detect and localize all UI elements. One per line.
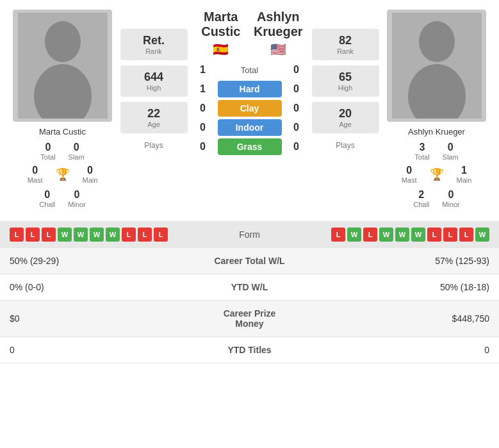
player2-flag: 🇺🇸 xyxy=(250,42,307,57)
player1-chall: 0 Chall xyxy=(39,189,55,208)
player1-slam: 0 Slam xyxy=(69,142,85,161)
prize-row: $0 Career Prize Money $448,750 xyxy=(0,301,499,337)
grass-surface-btn: Grass xyxy=(218,138,282,155)
player2-form-badge-2: L xyxy=(363,228,377,242)
player2-form-badge-8: L xyxy=(459,228,473,242)
player1-titles: 0 xyxy=(0,337,200,363)
svg-point-4 xyxy=(419,21,455,62)
player1-avatar xyxy=(13,10,112,122)
form-section: LLLWWWWLLL Form LWLWWWLLLW xyxy=(0,221,499,248)
ytd-wl-label: YTD W/L xyxy=(200,274,300,301)
hard-score-row: 1 Hard 0 xyxy=(192,81,307,97)
player1-trophy-icon: 🏆 xyxy=(56,167,70,181)
player2-form-badge-3: W xyxy=(379,228,393,242)
player1-form-badge-8: L xyxy=(138,228,152,242)
player2-form-badge-4: W xyxy=(395,228,409,242)
player1-stats-row2: 0 Mast 🏆 0 Main xyxy=(6,165,119,184)
player1-stats-row3: 0 Chall 0 Minor xyxy=(6,189,119,208)
ytd-wl-row: 0% (0-0) YTD W/L 50% (18-18) xyxy=(0,274,499,301)
indoor-score-row: 0 Indoor 0 xyxy=(192,119,307,136)
form-label: Form xyxy=(202,229,298,240)
player2-form-badge-9: W xyxy=(475,228,489,242)
player1-form-badge-0: L xyxy=(10,228,24,242)
titles-row: 0 YTD Titles 0 xyxy=(0,337,499,363)
player1-total: 0 Total xyxy=(40,142,55,161)
player2-rank-box: 82 Rank xyxy=(312,29,379,60)
player2-titles: 0 xyxy=(299,337,499,363)
player1-career-wl: 50% (29-29) xyxy=(0,248,200,274)
player2-age-box: 20 Age xyxy=(312,102,379,133)
player1-form-badge-4: W xyxy=(74,228,88,242)
main-container: Marta Custic 0 Total 0 Slam 0 Mast 🏆 xyxy=(0,0,499,363)
player2-col: Ashlyn Krueger 3 Total 0 Slam 0 Mast 🏆 xyxy=(380,10,493,208)
player2-mid-panel: 82 Rank 65 High 20 Age Plays xyxy=(310,10,380,208)
player1-form-badge-7: L xyxy=(122,228,136,242)
player1-minor: 0 Minor xyxy=(68,189,86,208)
player1-flag: 🇪🇸 xyxy=(192,42,250,57)
player2-career-wl: 57% (125-93) xyxy=(299,248,499,274)
player2-form-badge-7: L xyxy=(443,228,457,242)
player2-total: 3 Total xyxy=(414,142,429,161)
player2-mast: 0 Mast xyxy=(402,165,417,184)
hard-surface-btn: Hard xyxy=(218,81,282,97)
player1-form-badges: LLLWWWWLLL xyxy=(10,228,202,242)
players-section: Marta Custic 0 Total 0 Slam 0 Mast 🏆 xyxy=(0,0,499,218)
player1-form-badge-3: W xyxy=(58,228,72,242)
player1-silhouette xyxy=(13,10,112,122)
player1-col: Marta Custic 0 Total 0 Slam 0 Mast 🏆 xyxy=(6,10,119,208)
player2-high-box: 65 High xyxy=(312,65,379,97)
player1-form-badge-6: W xyxy=(106,228,120,242)
player1-stats-row1: 0 Total 0 Slam xyxy=(6,142,119,161)
player2-name-center: Ashlyn Krueger xyxy=(250,10,307,39)
svg-point-1 xyxy=(45,21,81,62)
player2-stats-row3: 2 Chall 0 Minor xyxy=(380,189,493,208)
player2-ytd-wl: 50% (18-18) xyxy=(299,274,499,301)
player2-form-badges: LWLWWWLLLW xyxy=(298,228,490,242)
player2-stats-row1: 3 Total 0 Slam xyxy=(380,142,493,161)
player1-name: Marta Custic xyxy=(39,127,86,137)
player1-rank-box: Ret. Rank xyxy=(120,29,188,60)
player1-form-badge-1: L xyxy=(26,228,40,242)
player2-prize: $448,750 xyxy=(299,301,499,337)
clay-score-row: 0 Clay 0 xyxy=(192,100,307,117)
titles-label: YTD Titles xyxy=(200,337,300,363)
player2-chall: 2 Chall xyxy=(413,189,429,208)
indoor-surface-btn: Indoor xyxy=(218,119,282,136)
career-wl-row: 50% (29-29) Career Total W/L 57% (125-93… xyxy=(0,248,499,274)
player2-form-badge-5: W xyxy=(411,228,425,242)
player2-form-badge-6: L xyxy=(427,228,441,242)
player2-silhouette xyxy=(387,10,486,122)
player1-prize: $0 xyxy=(0,301,200,337)
player1-name-center: Marta Custic xyxy=(192,10,250,39)
player2-form-badge-0: L xyxy=(331,228,345,242)
player1-form-badge-9: L xyxy=(154,228,168,242)
player2-form-badge-1: W xyxy=(347,228,361,242)
player1-plays-label: Plays xyxy=(144,141,163,150)
player1-form-badge-2: L xyxy=(42,228,56,242)
player1-mid-panel: Ret. Rank 644 High 22 Age Plays xyxy=(119,10,189,208)
center-section: Marta Custic 🇪🇸 Ashlyn Krueger 🇺🇸 1 Tota… xyxy=(189,10,310,208)
player1-age-box: 22 Age xyxy=(120,102,188,133)
career-stats-table: 50% (29-29) Career Total W/L 57% (125-93… xyxy=(0,248,499,363)
player1-main: 0 Main xyxy=(83,165,98,184)
player2-plays-label: Plays xyxy=(336,141,354,150)
total-score-row: 1 Total 0 xyxy=(192,64,307,76)
career-wl-label: Career Total W/L xyxy=(200,248,300,274)
player2-name: Ashlyn Krueger xyxy=(408,127,465,137)
player2-slam: 0 Slam xyxy=(443,142,459,161)
prize-label: Career Prize Money xyxy=(200,301,300,337)
player1-ytd-wl: 0% (0-0) xyxy=(0,274,200,301)
player2-avatar xyxy=(387,10,486,122)
player1-mast: 0 Mast xyxy=(28,165,43,184)
player1-form-badge-5: W xyxy=(90,228,104,242)
player2-main: 1 Main xyxy=(457,165,472,184)
player1-high-box: 644 High xyxy=(120,65,188,97)
grass-score-row: 0 Grass 0 xyxy=(192,138,307,155)
player2-trophy-icon: 🏆 xyxy=(430,167,444,181)
clay-surface-btn: Clay xyxy=(218,100,282,117)
player2-minor: 0 Minor xyxy=(442,189,460,208)
player2-stats-row2: 0 Mast 🏆 1 Main xyxy=(380,165,493,184)
